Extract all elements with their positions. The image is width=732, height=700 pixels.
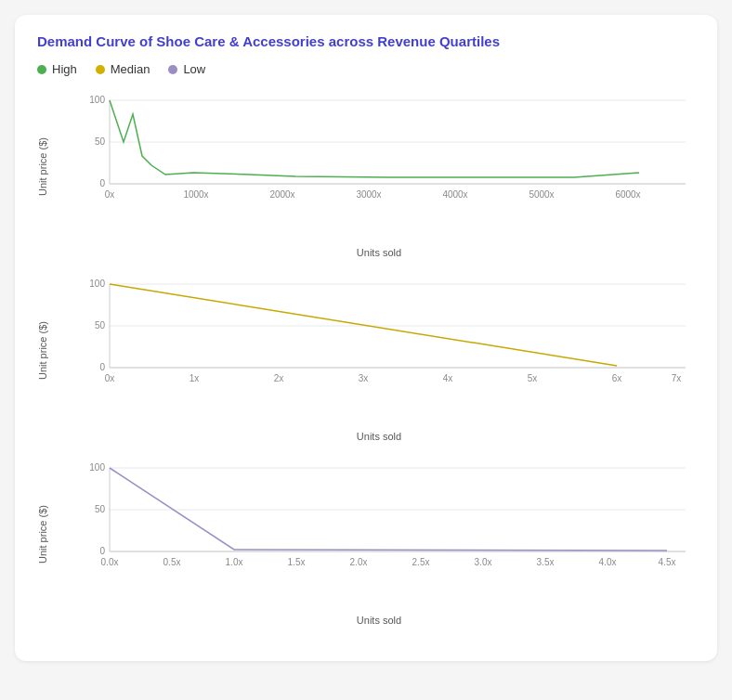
svg-text:4.0x: 4.0x (599, 557, 617, 567)
median-dot (96, 65, 105, 74)
svg-text:0: 0 (99, 546, 105, 556)
chart-area-median: 0 50 100 0x 1x 2x 3x 4x 5x 6x 7x (63, 275, 695, 427)
y-axis-label-high: Unit price ($) (37, 91, 63, 243)
svg-text:100: 100 (89, 462, 105, 473)
high-curve (110, 100, 639, 177)
svg-text:100: 100 (89, 95, 105, 105)
svg-text:1x: 1x (190, 373, 200, 383)
svg-text:2.0x: 2.0x (350, 557, 368, 567)
legend-label-high: High (52, 62, 77, 76)
svg-text:7x: 7x (672, 373, 682, 383)
svg-text:50: 50 (95, 320, 106, 331)
svg-text:2x: 2x (274, 373, 284, 383)
chart-title: Demand Curve of Shoe Care & Accessories … (37, 33, 695, 49)
svg-median: 0 50 100 0x 1x 2x 3x 4x 5x 6x 7x (63, 275, 695, 423)
svg-text:6x: 6x (612, 373, 622, 383)
svg-text:6000x: 6000x (615, 189, 640, 200)
median-curve (110, 284, 617, 366)
svg-text:3x: 3x (359, 373, 369, 383)
chart-low: Unit price ($) 0 50 100 0.0x 0.5x (37, 459, 695, 626)
legend-label-median: Median (111, 62, 150, 76)
svg-text:2.5x: 2.5x (412, 557, 430, 567)
svg-text:50: 50 (95, 136, 106, 147)
main-card: Demand Curve of Shoe Care & Accessories … (15, 15, 717, 661)
svg-text:3.0x: 3.0x (475, 557, 492, 567)
svg-text:4000x: 4000x (442, 189, 467, 200)
svg-text:1.0x: 1.0x (226, 557, 243, 567)
chart-high: Unit price ($) 0 50 100 0x 1000x (37, 91, 695, 258)
svg-text:3.5x: 3.5x (537, 557, 555, 567)
svg-text:50: 50 (95, 504, 106, 514)
svg-text:0: 0 (99, 362, 105, 372)
svg-text:1000x: 1000x (183, 189, 208, 200)
svg-text:0x: 0x (105, 373, 115, 383)
x-axis-label-median: Units sold (63, 431, 695, 442)
legend-item-low: Low (168, 62, 205, 76)
legend-label-low: Low (183, 62, 205, 76)
legend-item-high: High (37, 62, 77, 76)
svg-low: 0 50 100 0.0x 0.5x 1.0x 1.5x 2.0x 2.5x 3… (63, 459, 695, 607)
svg-text:5x: 5x (528, 373, 538, 383)
chart-median: Unit price ($) 0 50 100 0x 1x (37, 275, 695, 442)
x-axis-label-high: Units sold (63, 247, 695, 258)
svg-text:0x: 0x (105, 189, 115, 200)
chart-area-high: 0 50 100 0x 1000x 2000x 3000x 4000x 5000… (63, 91, 695, 243)
svg-text:4.5x: 4.5x (659, 557, 676, 567)
svg-text:4x: 4x (443, 373, 453, 383)
svg-text:1.5x: 1.5x (288, 557, 306, 567)
svg-high: 0 50 100 0x 1000x 2000x 3000x 4000x 5000… (63, 91, 695, 240)
chart-area-low: 0 50 100 0.0x 0.5x 1.0x 1.5x 2.0x 2.5x 3… (63, 459, 695, 611)
svg-text:0: 0 (99, 178, 105, 188)
legend: High Median Low (37, 62, 695, 76)
svg-text:0.5x: 0.5x (163, 557, 181, 567)
svg-text:0.0x: 0.0x (101, 557, 119, 567)
y-axis-label-median: Unit price ($) (37, 275, 63, 427)
svg-text:5000x: 5000x (529, 189, 554, 200)
svg-text:3000x: 3000x (356, 189, 381, 200)
low-dot (168, 65, 177, 74)
svg-text:2000x: 2000x (269, 189, 294, 200)
y-axis-label-low: Unit price ($) (37, 459, 63, 611)
x-axis-label-low: Units sold (63, 615, 695, 626)
svg-text:100: 100 (89, 279, 105, 289)
high-dot (37, 65, 46, 74)
legend-item-median: Median (96, 62, 150, 76)
